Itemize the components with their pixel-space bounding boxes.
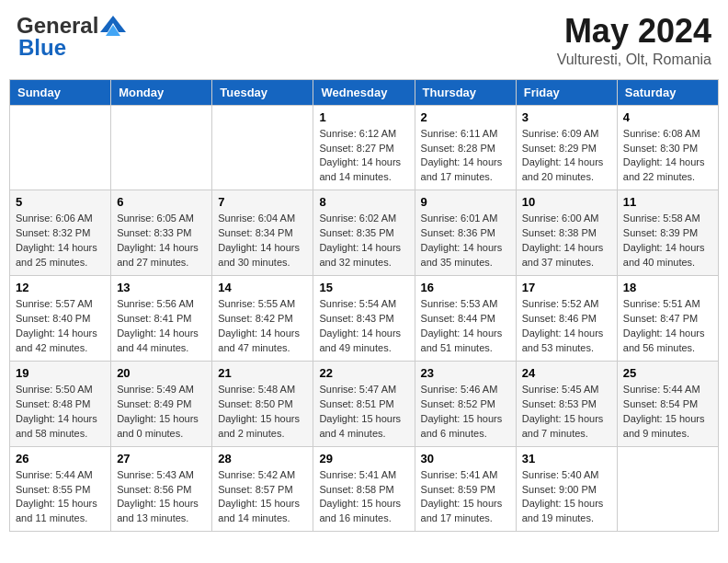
calendar-cell: 12Sunrise: 5:57 AMSunset: 8:40 PMDayligh…	[10, 276, 111, 362]
day-info: Sunrise: 5:55 AMSunset: 8:42 PMDaylight:…	[218, 297, 307, 356]
day-info: Sunrise: 6:06 AMSunset: 8:32 PMDaylight:…	[16, 212, 105, 270]
weekday-header-thursday: Thursday	[415, 79, 516, 105]
day-number: 1	[319, 110, 408, 124]
calendar-cell: 13Sunrise: 5:56 AMSunset: 8:41 PMDayligh…	[111, 276, 212, 362]
day-number: 11	[623, 195, 712, 209]
day-number: 27	[117, 452, 206, 465]
calendar-week-row: 26Sunrise: 5:44 AMSunset: 8:55 PMDayligh…	[10, 446, 719, 532]
day-number: 20	[117, 366, 206, 380]
day-number: 23	[421, 366, 510, 380]
title-block: May 2024 Vulturesti, Olt, Romania	[557, 13, 711, 68]
calendar-week-row: 19Sunrise: 5:50 AMSunset: 8:48 PMDayligh…	[10, 361, 719, 446]
weekday-header-friday: Friday	[516, 79, 617, 105]
day-info: Sunrise: 6:09 AMSunset: 8:29 PMDaylight:…	[522, 127, 611, 186]
day-info: Sunrise: 5:52 AMSunset: 8:46 PMDaylight:…	[522, 297, 611, 356]
day-number: 15	[319, 281, 408, 294]
calendar-cell: 28Sunrise: 5:42 AMSunset: 8:57 PMDayligh…	[212, 446, 313, 532]
month-year-title: May 2024	[557, 13, 711, 50]
calendar-cell: 30Sunrise: 5:41 AMSunset: 8:59 PMDayligh…	[415, 446, 516, 532]
calendar-cell: 1Sunrise: 6:12 AMSunset: 8:27 PMDaylight…	[313, 105, 415, 190]
day-number: 29	[319, 452, 408, 465]
day-number: 21	[218, 366, 307, 380]
day-info: Sunrise: 5:58 AMSunset: 8:39 PMDaylight:…	[623, 212, 712, 270]
calendar-cell: 18Sunrise: 5:51 AMSunset: 8:47 PMDayligh…	[617, 276, 718, 362]
calendar-cell: 3Sunrise: 6:09 AMSunset: 8:29 PMDaylight…	[516, 105, 617, 190]
day-info: Sunrise: 6:02 AMSunset: 8:35 PMDaylight:…	[319, 212, 408, 270]
day-info: Sunrise: 5:51 AMSunset: 8:47 PMDaylight:…	[623, 297, 712, 356]
calendar-cell: 5Sunrise: 6:06 AMSunset: 8:32 PMDaylight…	[10, 190, 111, 276]
day-info: Sunrise: 5:41 AMSunset: 8:58 PMDaylight:…	[319, 468, 408, 527]
day-number: 4	[623, 110, 712, 124]
day-info: Sunrise: 5:48 AMSunset: 8:50 PMDaylight:…	[218, 383, 307, 442]
weekday-header-tuesday: Tuesday	[212, 79, 313, 105]
day-info: Sunrise: 5:49 AMSunset: 8:49 PMDaylight:…	[117, 383, 206, 442]
day-number: 22	[319, 366, 408, 380]
day-number: 8	[319, 195, 408, 209]
day-info: Sunrise: 5:43 AMSunset: 8:56 PMDaylight:…	[117, 468, 206, 527]
day-number: 19	[16, 366, 105, 380]
day-info: Sunrise: 6:08 AMSunset: 8:30 PMDaylight:…	[623, 127, 712, 186]
page-header: General Blue May 2024 Vulturesti, Olt, R…	[9, 9, 719, 72]
weekday-header-wednesday: Wednesday	[313, 79, 415, 105]
calendar-cell: 9Sunrise: 6:01 AMSunset: 8:36 PMDaylight…	[415, 190, 516, 276]
calendar-week-row: 12Sunrise: 5:57 AMSunset: 8:40 PMDayligh…	[10, 276, 719, 362]
calendar-cell: 27Sunrise: 5:43 AMSunset: 8:56 PMDayligh…	[111, 446, 212, 532]
weekday-header-saturday: Saturday	[617, 79, 718, 105]
calendar-cell: 15Sunrise: 5:54 AMSunset: 8:43 PMDayligh…	[313, 276, 415, 362]
day-number: 18	[623, 281, 712, 294]
calendar-cell: 29Sunrise: 5:41 AMSunset: 8:58 PMDayligh…	[313, 446, 415, 532]
calendar-cell: 4Sunrise: 6:08 AMSunset: 8:30 PMDaylight…	[617, 105, 718, 190]
calendar-cell: 19Sunrise: 5:50 AMSunset: 8:48 PMDayligh…	[10, 361, 111, 446]
day-number: 9	[421, 195, 510, 209]
day-info: Sunrise: 5:53 AMSunset: 8:44 PMDaylight:…	[421, 297, 510, 356]
calendar-cell: 8Sunrise: 6:02 AMSunset: 8:35 PMDaylight…	[313, 190, 415, 276]
day-info: Sunrise: 6:05 AMSunset: 8:33 PMDaylight:…	[117, 212, 206, 270]
day-number: 10	[522, 195, 611, 209]
day-info: Sunrise: 5:45 AMSunset: 8:53 PMDaylight:…	[522, 383, 611, 442]
day-number: 24	[522, 366, 611, 380]
day-info: Sunrise: 5:46 AMSunset: 8:52 PMDaylight:…	[421, 383, 510, 442]
calendar-cell: 23Sunrise: 5:46 AMSunset: 8:52 PMDayligh…	[415, 361, 516, 446]
day-number: 12	[16, 281, 105, 294]
day-info: Sunrise: 6:00 AMSunset: 8:38 PMDaylight:…	[522, 212, 611, 270]
day-info: Sunrise: 5:41 AMSunset: 8:59 PMDaylight:…	[421, 468, 510, 527]
calendar-cell: 14Sunrise: 5:55 AMSunset: 8:42 PMDayligh…	[212, 276, 313, 362]
calendar-cell	[10, 105, 111, 190]
day-number: 16	[421, 281, 510, 294]
calendar-cell	[111, 105, 212, 190]
calendar-cell: 25Sunrise: 5:44 AMSunset: 8:54 PMDayligh…	[617, 361, 718, 446]
day-number: 13	[117, 281, 206, 294]
day-info: Sunrise: 5:54 AMSunset: 8:43 PMDaylight:…	[319, 297, 408, 356]
calendar-cell: 11Sunrise: 5:58 AMSunset: 8:39 PMDayligh…	[617, 190, 718, 276]
calendar-cell: 6Sunrise: 6:05 AMSunset: 8:33 PMDaylight…	[111, 190, 212, 276]
day-info: Sunrise: 5:44 AMSunset: 8:55 PMDaylight:…	[16, 468, 105, 527]
day-number: 26	[16, 452, 105, 465]
weekday-header-monday: Monday	[111, 79, 212, 105]
day-number: 31	[522, 452, 611, 465]
day-number: 17	[522, 281, 611, 294]
calendar-week-row: 5Sunrise: 6:06 AMSunset: 8:32 PMDaylight…	[10, 190, 719, 276]
day-number: 6	[117, 195, 206, 209]
day-info: Sunrise: 5:40 AMSunset: 9:00 PMDaylight:…	[522, 468, 611, 527]
day-info: Sunrise: 6:04 AMSunset: 8:34 PMDaylight:…	[218, 212, 307, 270]
day-info: Sunrise: 5:56 AMSunset: 8:41 PMDaylight:…	[117, 297, 206, 356]
calendar-cell: 20Sunrise: 5:49 AMSunset: 8:49 PMDayligh…	[111, 361, 212, 446]
day-number: 30	[421, 452, 510, 465]
day-number: 2	[421, 110, 510, 124]
calendar-cell	[212, 105, 313, 190]
day-info: Sunrise: 5:44 AMSunset: 8:54 PMDaylight:…	[623, 383, 712, 442]
day-info: Sunrise: 6:11 AMSunset: 8:28 PMDaylight:…	[421, 127, 510, 186]
calendar-table: SundayMondayTuesdayWednesdayThursdayFrid…	[9, 79, 719, 533]
day-number: 28	[218, 452, 307, 465]
day-info: Sunrise: 5:57 AMSunset: 8:40 PMDaylight:…	[16, 297, 105, 356]
day-number: 3	[522, 110, 611, 124]
calendar-cell: 31Sunrise: 5:40 AMSunset: 9:00 PMDayligh…	[516, 446, 617, 532]
calendar-cell: 16Sunrise: 5:53 AMSunset: 8:44 PMDayligh…	[415, 276, 516, 362]
day-info: Sunrise: 6:01 AMSunset: 8:36 PMDaylight:…	[421, 212, 510, 270]
day-info: Sunrise: 5:50 AMSunset: 8:48 PMDaylight:…	[16, 383, 105, 442]
day-info: Sunrise: 5:47 AMSunset: 8:51 PMDaylight:…	[319, 383, 408, 442]
calendar-cell: 22Sunrise: 5:47 AMSunset: 8:51 PMDayligh…	[313, 361, 415, 446]
day-number: 25	[623, 366, 712, 380]
calendar-cell: 26Sunrise: 5:44 AMSunset: 8:55 PMDayligh…	[10, 446, 111, 532]
calendar-cell: 7Sunrise: 6:04 AMSunset: 8:34 PMDaylight…	[212, 190, 313, 276]
